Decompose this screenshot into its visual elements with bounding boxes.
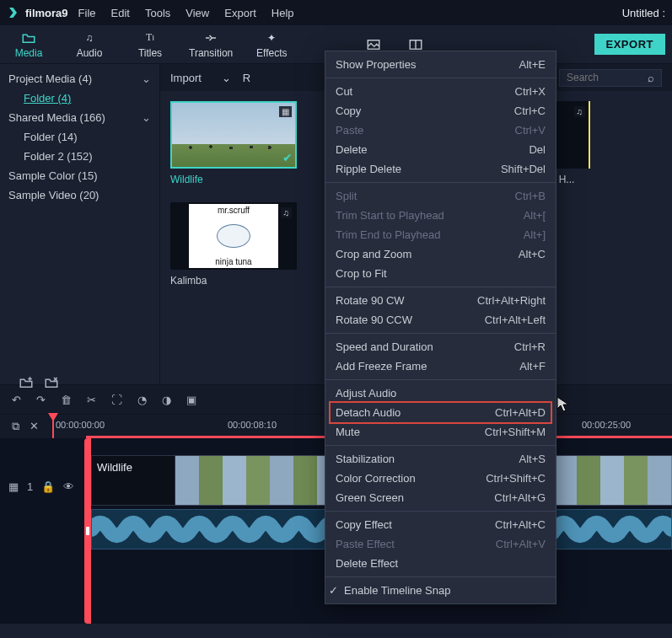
- delete-icon[interactable]: 🗑: [61, 394, 72, 406]
- sidebar-item-shared-media[interactable]: Shared Media (166) ⌄: [0, 108, 159, 127]
- menu-export[interactable]: Export: [224, 7, 256, 19]
- tab-split[interactable]: [403, 37, 428, 52]
- ctx-rotate-90-cw[interactable]: Rotate 90 CWCtrl+Alt+Right: [325, 291, 556, 310]
- tab-titles[interactable]: TI Titles: [128, 30, 172, 59]
- media-item-wildlife[interactable]: ▦ ✔ Wildlife: [170, 101, 297, 185]
- ctx-item-shortcut: Ctrl+Alt+Left: [485, 314, 546, 326]
- ctx-item-shortcut: Shift+Del: [501, 163, 546, 175]
- ctx-rotate-90-ccw[interactable]: Rotate 90 CCWCtrl+Alt+Left: [325, 310, 556, 330]
- add-track-icon[interactable]: ⧉: [12, 420, 19, 433]
- ctx-split: SplitCtrl+B: [325, 186, 556, 206]
- titlebar: filmora9 File Edit Tools View Export Hel…: [0, 0, 672, 25]
- ctx-crop-and-zoom[interactable]: Crop and ZoomAlt+C: [325, 244, 556, 264]
- ctx-mute[interactable]: MuteCtrl+Shift+M: [325, 422, 556, 442]
- tab-transition[interactable]: Transition: [189, 30, 233, 59]
- ctx-item-shortcut: Ctrl+C: [514, 105, 546, 117]
- ctx-cut[interactable]: CutCtrl+X: [325, 82, 556, 101]
- unlink-icon[interactable]: ✕: [30, 420, 39, 433]
- greenscreen-icon[interactable]: ▣: [186, 394, 196, 406]
- ctx-item-shortcut: Alt+S: [519, 453, 546, 465]
- ctx-copy-effect[interactable]: Copy EffectCtrl+Alt+C: [325, 515, 556, 534]
- ctx-item-label: Add Freeze Frame: [336, 360, 427, 373]
- ctx-item-shortcut: Alt+E: [519, 58, 546, 71]
- remove-folder-icon[interactable]: [44, 375, 59, 393]
- ctx-delete[interactable]: DeleteDel: [325, 140, 556, 159]
- sidebar-footer-icons: [10, 375, 169, 393]
- sidebar-item-project-media[interactable]: Project Media (4) ⌄: [0, 69, 159, 88]
- search-field[interactable]: ⌕: [559, 69, 662, 87]
- split-icon[interactable]: ✂: [87, 394, 96, 406]
- ctx-add-freeze-frame[interactable]: Add Freeze FrameAlt+F: [325, 357, 556, 376]
- ctx-ripple-delete[interactable]: Ripple DeleteShift+Del: [325, 159, 556, 179]
- app-logo: filmora9: [7, 5, 68, 20]
- track-header: ▦ 1 🔒 👁: [8, 480, 74, 493]
- ctx-crop-to-fit[interactable]: Crop to Fit: [325, 264, 556, 283]
- ctx-item-shortcut: Alt+F: [519, 360, 546, 373]
- ctx-item-label: Delete: [336, 143, 368, 156]
- menu-help[interactable]: Help: [271, 7, 294, 19]
- speed-icon[interactable]: ◔: [137, 394, 147, 406]
- tab-audio[interactable]: ♫ Audio: [67, 30, 111, 59]
- crop-icon[interactable]: ⛶: [111, 394, 122, 406]
- menu-file[interactable]: File: [78, 7, 96, 19]
- lock-icon[interactable]: 🔒: [41, 480, 55, 493]
- media-item-label: Wildlife: [170, 174, 297, 185]
- add-folder-icon[interactable]: [19, 375, 34, 393]
- color-icon[interactable]: ◑: [162, 394, 171, 406]
- ctx-item-label: Crop to Fit: [336, 267, 387, 280]
- menu-edit[interactable]: Edit: [111, 7, 130, 19]
- tab-media-label: Media: [15, 47, 43, 59]
- sidebar-label: Folder (4): [24, 92, 71, 105]
- ctx-item-shortcut: Ctrl+Shift+C: [486, 472, 546, 485]
- menu-view[interactable]: View: [185, 7, 209, 19]
- search-icon[interactable]: ⌕: [648, 72, 654, 84]
- sidebar-item-folder-4[interactable]: Folder (4): [0, 88, 159, 108]
- sidebar-label: Folder 2 (152): [24, 150, 93, 163]
- album-art-bottom: ninja tuna: [215, 257, 251, 266]
- ctx-item-shortcut: Ctrl+Shift+M: [485, 426, 546, 438]
- playhead[interactable]: [52, 415, 54, 438]
- tab-image[interactable]: [361, 37, 386, 52]
- undo-icon[interactable]: ↶: [12, 394, 21, 406]
- menu-tools[interactable]: Tools: [145, 7, 170, 19]
- tab-transition-label: Transition: [189, 47, 233, 59]
- clip-start-handle[interactable]: [84, 438, 91, 624]
- context-menu: Show PropertiesAlt+ECutCtrl+XCopyCtrl+CP…: [325, 51, 556, 604]
- music-note-icon: ♫: [82, 30, 97, 46]
- import-button[interactable]: Import ⌄: [170, 72, 231, 84]
- ruler-label: 00:00:00:00: [56, 420, 105, 430]
- ctx-item-label: Speed and Duration: [336, 340, 433, 353]
- ctx-copy[interactable]: CopyCtrl+C: [325, 101, 556, 121]
- chevron-down-icon: ⌄: [142, 111, 151, 124]
- redo-icon[interactable]: ↷: [36, 394, 46, 406]
- ctx-item-shortcut: Ctrl+Alt+V: [496, 538, 546, 550]
- tab-audio-label: Audio: [77, 47, 103, 59]
- ctx-adjust-audio[interactable]: Adjust Audio: [325, 383, 556, 403]
- ctx-trim-end-to-playhead: Trim End to PlayheadAlt+]: [325, 225, 556, 244]
- sidebar-item-sample-video[interactable]: Sample Video (20): [0, 185, 159, 205]
- ctx-item-label: Trim Start to Playhead: [336, 209, 444, 222]
- sidebar-item-folder-14[interactable]: Folder (14): [0, 127, 159, 147]
- sidebar-item-sample-color[interactable]: Sample Color (15): [0, 166, 159, 185]
- sidebar-item-folder-2-152[interactable]: Folder 2 (152): [0, 147, 159, 166]
- search-input[interactable]: [567, 72, 642, 83]
- ctx-item-label: Show Properties: [336, 58, 416, 71]
- ctx-show-properties[interactable]: Show PropertiesAlt+E: [325, 55, 556, 74]
- ctx-green-screen[interactable]: Green ScreenCtrl+Alt+G: [325, 488, 556, 507]
- tab-effects[interactable]: ✦ Effects: [250, 30, 293, 59]
- ctx-stabilization[interactable]: StabilizationAlt+S: [325, 449, 556, 469]
- chevron-down-icon: ⌄: [222, 72, 231, 84]
- ctx-color-correction[interactable]: Color CorrectionCtrl+Shift+C: [325, 469, 556, 488]
- ctx-enable-timeline-snap[interactable]: Enable Timeline Snap: [325, 581, 556, 600]
- tab-media[interactable]: Media: [7, 30, 51, 59]
- ctx-detach-audio[interactable]: Detach AudioCtrl+Alt+D: [325, 403, 556, 422]
- track-icon: ▦: [8, 480, 19, 493]
- media-item-kalimba[interactable]: mr.scruff ninja tuna ♫ Kalimba: [170, 202, 297, 287]
- eye-icon[interactable]: 👁: [63, 480, 74, 493]
- export-button[interactable]: EXPORT: [594, 34, 665, 55]
- ctx-delete-effect[interactable]: Delete Effect: [325, 554, 556, 573]
- image-icon: [366, 37, 381, 52]
- ctx-item-label: Paste Effect: [336, 538, 395, 550]
- ctx-speed-and-duration[interactable]: Speed and DurationCtrl+R: [325, 337, 556, 357]
- record-button[interactable]: R: [243, 72, 250, 84]
